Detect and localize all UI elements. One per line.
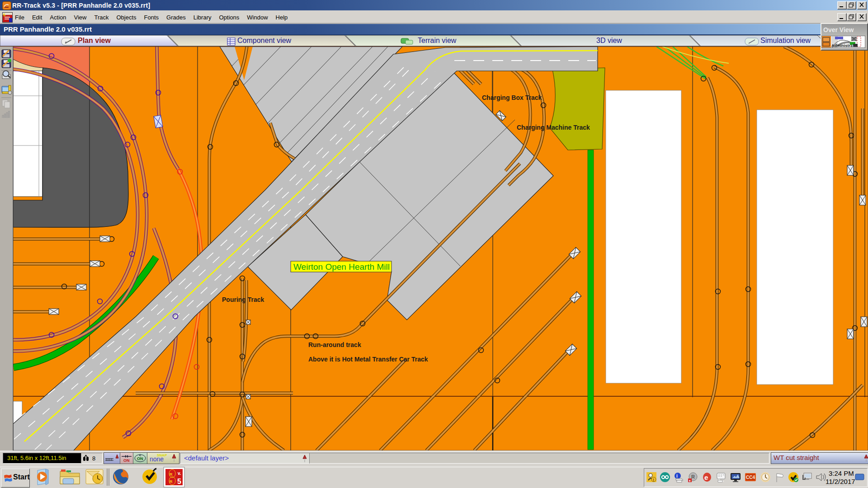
svg-text:Charging Machine Track: Charging Machine Track: [517, 124, 590, 131]
svg-text:ON: ON: [123, 458, 130, 463]
svg-text:5: 5: [3, 13, 5, 17]
svg-text:R: R: [170, 472, 173, 477]
svg-text:Charging Box Track: Charging Box Track: [482, 94, 542, 101]
svg-text:x: x: [689, 479, 691, 483]
svg-text:R: R: [691, 474, 695, 479]
svg-text:v.: v.: [178, 471, 181, 476]
svg-text:11/2/2017: 11/2/2017: [826, 478, 855, 485]
svg-text:R: R: [170, 479, 173, 484]
svg-text:!: !: [653, 478, 654, 482]
svg-text:3:24 PM: 3:24 PM: [829, 469, 854, 477]
svg-text:e: e: [704, 474, 708, 481]
svg-text:Administra: Administra: [831, 43, 853, 48]
svg-text:Pouring Track: Pouring Track: [222, 296, 264, 303]
svg-text:i: i: [676, 474, 678, 479]
svg-text:8: 8: [92, 455, 95, 462]
svg-text:ON: ON: [137, 456, 143, 461]
svg-text:Weirton Open Hearth Mill: Weirton Open Hearth Mill: [293, 262, 390, 272]
svg-text:CC4: CC4: [746, 475, 755, 480]
svg-text:none: none: [150, 455, 164, 463]
svg-text:5: 5: [177, 478, 181, 485]
svg-text:Above it is Hot Metal Transfer: Above it is Hot Metal Transfer Car Track: [308, 356, 428, 363]
svg-text:Run-around track: Run-around track: [308, 341, 361, 348]
